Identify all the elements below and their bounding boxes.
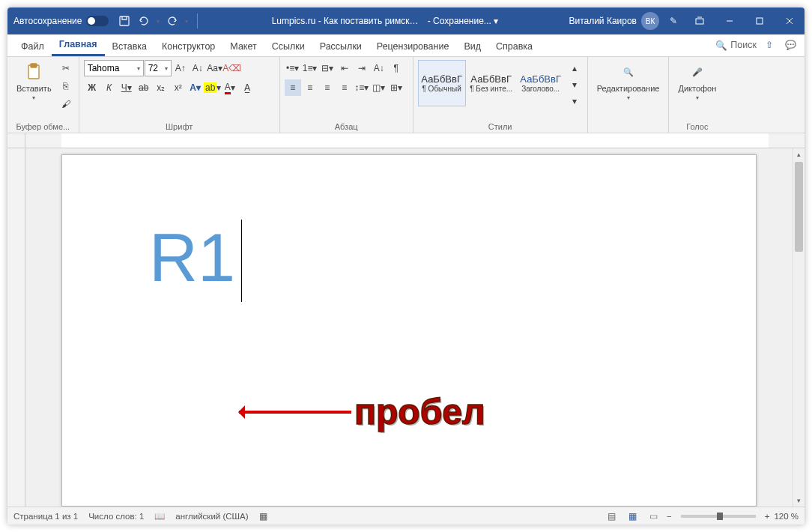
microphone-icon: 🎤 (687, 61, 708, 82)
maximize-button[interactable] (745, 7, 775, 34)
svg-rect-1 (696, 19, 703, 24)
close-button[interactable] (775, 7, 805, 34)
line-spacing-button[interactable]: ↕≡▾ (354, 79, 370, 96)
minimize-button[interactable] (715, 7, 745, 34)
font-name-combo[interactable]: Tahoma▾ (84, 60, 144, 76)
page-viewport[interactable]: R1 пробел (25, 148, 793, 507)
editing-button[interactable]: 🔍 Редактирование ▾ (593, 60, 664, 103)
user-area[interactable]: Виталий Каиров ВК (569, 12, 659, 30)
scroll-down-icon[interactable]: ▾ (793, 495, 805, 507)
shading-button[interactable]: ◫▾ (371, 79, 387, 96)
tab-review[interactable]: Рецензирование (369, 37, 457, 56)
font-size-combo[interactable]: 72▾ (145, 60, 172, 76)
grow-font-button[interactable]: A↑ (172, 60, 189, 76)
group-voice-label: Голос (673, 121, 721, 131)
multilevel-button[interactable]: ⊟▾ (319, 60, 336, 76)
search-box[interactable]: 🔍 Поиск (715, 40, 757, 51)
dictate-button[interactable]: 🎤 Диктофон ▾ (673, 60, 721, 103)
zoom-in-button[interactable]: + (765, 512, 770, 521)
clear-format-button[interactable]: A⌫ (224, 60, 240, 76)
tab-help[interactable]: Справка (488, 37, 540, 56)
coming-soon-icon[interactable]: ✎ (667, 14, 680, 28)
autosave-toggle[interactable] (86, 16, 109, 26)
bold-button[interactable]: Ж (84, 79, 100, 96)
change-case-button[interactable]: Aa▾ (207, 60, 223, 76)
align-right-button[interactable]: ≡ (319, 79, 336, 96)
bullets-button[interactable]: •≡▾ (285, 60, 301, 76)
styles-gallery-scroll[interactable]: ▴ ▾ ▾ (566, 60, 583, 109)
sort-button[interactable]: A↓ (371, 60, 387, 76)
group-font: Tahoma▾ 72▾ A↑ A↓ Aa▾ A⌫ Ж К Ч▾ ab x₂ x²… (79, 57, 280, 133)
underline-button[interactable]: Ч▾ (118, 79, 135, 96)
superscript-button[interactable]: x² (170, 79, 187, 96)
macro-icon[interactable]: ▦ (259, 511, 267, 522)
ribbon-tabs: Файл Главная Вставка Конструктор Макет С… (7, 34, 805, 57)
font-color-button[interactable]: A▾ (222, 79, 238, 96)
shrink-font-button[interactable]: A↓ (190, 60, 206, 76)
scroll-thumb[interactable] (795, 162, 803, 252)
vertical-scrollbar[interactable]: ▴ ▾ (793, 148, 805, 507)
tab-layout[interactable]: Макет (222, 37, 264, 56)
view-read-button[interactable]: ▤ (604, 510, 620, 523)
strike-button[interactable]: ab (136, 79, 152, 96)
redo-icon[interactable] (166, 14, 179, 28)
align-center-button[interactable]: ≡ (302, 79, 318, 96)
italic-button[interactable]: К (101, 79, 118, 96)
qat-customize-icon[interactable]: ▾ (185, 18, 188, 25)
group-font-label: Шрифт (84, 121, 275, 131)
scroll-up-icon[interactable]: ▴ (793, 148, 805, 160)
tab-file[interactable]: Файл (13, 37, 52, 56)
justify-button[interactable]: ≡ (336, 79, 353, 96)
page[interactable]: R1 (61, 154, 757, 507)
undo-dropdown-icon[interactable]: ▾ (157, 18, 160, 25)
page-indicator[interactable]: Страница 1 из 1 (13, 512, 78, 521)
paste-button[interactable]: Вставить ▾ (12, 60, 56, 103)
search-label: Поиск (730, 40, 757, 50)
more-icon[interactable]: ▾ (566, 93, 583, 109)
document-text[interactable]: R1 (149, 220, 235, 295)
text-effects-button[interactable]: A▾ (187, 79, 204, 96)
view-web-button[interactable]: ▭ (646, 510, 662, 523)
comments-button[interactable]: 💬 (782, 37, 799, 53)
decrease-indent-button[interactable]: ⇤ (336, 60, 353, 76)
style-heading1[interactable]: АаБбВвГ Заголово... (517, 60, 565, 106)
style-normal[interactable]: АаБбВвГ ¶ Обычный (418, 60, 466, 106)
cut-button[interactable]: ✂ (58, 60, 74, 76)
tab-home[interactable]: Главная (52, 34, 105, 56)
show-marks-button[interactable]: ¶ (388, 60, 405, 76)
undo-icon[interactable] (137, 14, 151, 28)
zoom-out-button[interactable]: − (667, 512, 672, 521)
numbering-button[interactable]: 1≡▾ (302, 60, 318, 76)
char-border-button[interactable]: A̲ (239, 79, 255, 96)
quick-access-toolbar: ▾ ▾ (118, 13, 201, 28)
ribbon-options-button[interactable] (685, 7, 715, 34)
borders-button[interactable]: ⊞▾ (388, 79, 405, 96)
copy-button[interactable]: ⎘ (58, 78, 74, 94)
format-painter-button[interactable]: 🖌 (58, 96, 74, 112)
chevron-up-icon[interactable]: ▴ (566, 60, 583, 76)
tab-insert[interactable]: Вставка (105, 37, 154, 56)
view-print-button[interactable]: ▦ (625, 510, 641, 523)
align-left-button[interactable]: ≡ (285, 79, 301, 96)
tab-view[interactable]: Вид (456, 37, 488, 56)
chevron-down-icon[interactable]: ▾ (566, 76, 583, 93)
svg-rect-7 (31, 64, 37, 67)
title-center: Lumpics.ru - Как поставить римские... - … (201, 16, 569, 26)
language-indicator[interactable]: английский (США) (175, 512, 248, 521)
zoom-slider[interactable] (681, 515, 756, 518)
share-button[interactable]: ⇧ (761, 37, 778, 53)
ruler-horizontal[interactable] (7, 133, 805, 148)
spell-check-icon[interactable]: 📖 (154, 511, 165, 522)
subscript-button[interactable]: x₂ (153, 79, 169, 96)
word-count[interactable]: Число слов: 1 (88, 512, 144, 521)
style-no-spacing[interactable]: АаБбВвГ ¶ Без инте... (467, 60, 515, 106)
zoom-level[interactable]: 120 % (774, 512, 799, 521)
increase-indent-button[interactable]: ⇥ (354, 60, 370, 76)
highlight-button[interactable]: ab▾ (204, 79, 221, 96)
ruler-vertical[interactable] (7, 148, 25, 507)
save-icon[interactable] (118, 14, 131, 28)
tab-references[interactable]: Ссылки (264, 37, 312, 56)
tab-mailings[interactable]: Рассылки (312, 37, 369, 56)
group-clipboard: Вставить ▾ ✂ ⎘ 🖌 Буфер обме... (7, 57, 79, 133)
tab-design[interactable]: Конструктор (154, 37, 222, 56)
